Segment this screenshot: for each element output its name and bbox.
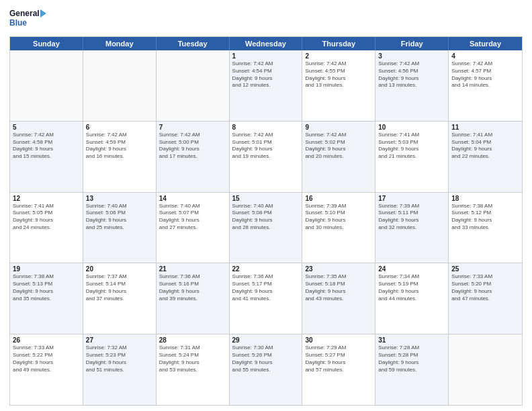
cal-header-day: Wednesday xyxy=(230,37,303,50)
cal-cell xyxy=(10,50,83,121)
cal-header-day: Sunday xyxy=(10,37,83,50)
cal-header-day: Saturday xyxy=(449,37,522,50)
cal-cell: 13Sunrise: 7:40 AM Sunset: 5:06 PM Dayli… xyxy=(83,193,157,263)
day-number: 23 xyxy=(305,265,372,273)
logo: General Blue xyxy=(9,7,46,32)
cal-cell: 16Sunrise: 7:39 AM Sunset: 5:10 PM Dayli… xyxy=(302,193,375,263)
day-number: 18 xyxy=(451,195,519,202)
cal-week-row: 5Sunrise: 7:42 AM Sunset: 4:58 PM Daylig… xyxy=(10,121,522,192)
cell-info: Sunrise: 7:39 AM Sunset: 5:10 PM Dayligh… xyxy=(305,203,372,232)
cell-info: Sunrise: 7:42 AM Sunset: 4:59 PM Dayligh… xyxy=(86,132,153,161)
cal-header-day: Friday xyxy=(375,37,449,50)
cal-cell: 28Sunrise: 7:31 AM Sunset: 5:24 PM Dayli… xyxy=(157,334,230,405)
day-number: 24 xyxy=(378,265,445,273)
day-number: 26 xyxy=(13,336,80,344)
cell-info: Sunrise: 7:28 AM Sunset: 5:28 PM Dayligh… xyxy=(378,345,445,373)
day-number: 13 xyxy=(86,195,153,202)
cell-info: Sunrise: 7:42 AM Sunset: 4:58 PM Dayligh… xyxy=(13,132,80,161)
cell-info: Sunrise: 7:36 AM Sunset: 5:16 PM Dayligh… xyxy=(159,273,226,302)
day-number: 14 xyxy=(159,195,226,202)
cell-info: Sunrise: 7:42 AM Sunset: 4:56 PM Dayligh… xyxy=(378,60,445,89)
cell-info: Sunrise: 7:42 AM Sunset: 5:02 PM Dayligh… xyxy=(305,132,372,161)
calendar-header: SundayMondayTuesdayWednesdayThursdayFrid… xyxy=(10,37,522,50)
cal-cell: 6Sunrise: 7:42 AM Sunset: 4:59 PM Daylig… xyxy=(83,122,157,192)
cell-info: Sunrise: 7:40 AM Sunset: 5:06 PM Dayligh… xyxy=(86,203,153,232)
cell-info: Sunrise: 7:31 AM Sunset: 5:24 PM Dayligh… xyxy=(159,345,226,373)
calendar-body: 1Sunrise: 7:42 AM Sunset: 4:54 PM Daylig… xyxy=(10,50,522,405)
cell-info: Sunrise: 7:40 AM Sunset: 5:07 PM Dayligh… xyxy=(159,203,226,232)
svg-text:General: General xyxy=(9,9,40,18)
cal-cell: 31Sunrise: 7:28 AM Sunset: 5:28 PM Dayli… xyxy=(375,334,449,405)
day-number: 4 xyxy=(451,52,519,60)
cal-cell: 11Sunrise: 7:41 AM Sunset: 5:04 PM Dayli… xyxy=(449,122,522,192)
header: General Blue xyxy=(9,7,523,32)
day-number: 17 xyxy=(378,195,445,202)
cal-cell: 29Sunrise: 7:30 AM Sunset: 5:26 PM Dayli… xyxy=(230,334,303,405)
cal-cell: 20Sunrise: 7:37 AM Sunset: 5:14 PM Dayli… xyxy=(83,263,157,334)
cal-header-day: Monday xyxy=(83,37,157,50)
cal-cell: 19Sunrise: 7:38 AM Sunset: 5:13 PM Dayli… xyxy=(10,263,83,334)
cell-info: Sunrise: 7:37 AM Sunset: 5:14 PM Dayligh… xyxy=(86,273,153,302)
cal-week-row: 26Sunrise: 7:33 AM Sunset: 5:22 PM Dayli… xyxy=(10,334,522,405)
day-number: 25 xyxy=(451,265,519,273)
cal-cell: 4Sunrise: 7:42 AM Sunset: 4:57 PM Daylig… xyxy=(449,50,522,121)
cell-info: Sunrise: 7:40 AM Sunset: 5:08 PM Dayligh… xyxy=(232,203,300,232)
cal-cell: 25Sunrise: 7:33 AM Sunset: 5:20 PM Dayli… xyxy=(449,263,522,334)
cell-info: Sunrise: 7:42 AM Sunset: 4:54 PM Dayligh… xyxy=(232,60,300,89)
cal-header-day: Tuesday xyxy=(157,37,230,50)
day-number: 7 xyxy=(159,124,226,131)
cal-cell xyxy=(449,334,522,405)
day-number: 1 xyxy=(232,52,300,60)
day-number: 20 xyxy=(86,265,153,273)
day-number: 9 xyxy=(305,124,372,131)
cal-cell: 12Sunrise: 7:41 AM Sunset: 5:05 PM Dayli… xyxy=(10,193,83,263)
cal-cell: 14Sunrise: 7:40 AM Sunset: 5:07 PM Dayli… xyxy=(157,193,230,263)
day-number: 16 xyxy=(305,195,372,202)
cell-info: Sunrise: 7:32 AM Sunset: 5:23 PM Dayligh… xyxy=(86,345,153,373)
day-number: 22 xyxy=(232,265,300,273)
cal-cell: 23Sunrise: 7:35 AM Sunset: 5:18 PM Dayli… xyxy=(302,263,375,334)
cell-info: Sunrise: 7:36 AM Sunset: 5:17 PM Dayligh… xyxy=(232,273,300,302)
page: General Blue SundayMondayTuesdayWednesda… xyxy=(0,0,532,411)
cal-cell: 17Sunrise: 7:39 AM Sunset: 5:11 PM Dayli… xyxy=(375,193,449,263)
day-number: 2 xyxy=(305,52,372,60)
cal-cell: 15Sunrise: 7:40 AM Sunset: 5:08 PM Dayli… xyxy=(230,193,303,263)
cal-cell: 9Sunrise: 7:42 AM Sunset: 5:02 PM Daylig… xyxy=(302,122,375,192)
day-number: 11 xyxy=(451,124,519,131)
cal-cell: 21Sunrise: 7:36 AM Sunset: 5:16 PM Dayli… xyxy=(157,263,230,334)
day-number: 12 xyxy=(13,195,80,202)
cell-info: Sunrise: 7:39 AM Sunset: 5:11 PM Dayligh… xyxy=(378,203,445,232)
cell-info: Sunrise: 7:38 AM Sunset: 5:13 PM Dayligh… xyxy=(13,273,80,302)
cal-header-day: Thursday xyxy=(302,37,375,50)
day-number: 27 xyxy=(86,336,153,344)
day-number: 29 xyxy=(232,336,300,344)
cal-cell: 2Sunrise: 7:42 AM Sunset: 4:55 PM Daylig… xyxy=(302,50,375,121)
cell-info: Sunrise: 7:42 AM Sunset: 5:01 PM Dayligh… xyxy=(232,132,300,161)
cell-info: Sunrise: 7:33 AM Sunset: 5:22 PM Dayligh… xyxy=(13,345,80,373)
cal-cell: 1Sunrise: 7:42 AM Sunset: 4:54 PM Daylig… xyxy=(230,50,303,121)
cell-info: Sunrise: 7:30 AM Sunset: 5:26 PM Dayligh… xyxy=(232,345,300,373)
cell-info: Sunrise: 7:42 AM Sunset: 5:00 PM Dayligh… xyxy=(159,132,226,161)
cell-info: Sunrise: 7:41 AM Sunset: 5:03 PM Dayligh… xyxy=(378,132,445,161)
cal-cell: 22Sunrise: 7:36 AM Sunset: 5:17 PM Dayli… xyxy=(230,263,303,334)
cell-info: Sunrise: 7:42 AM Sunset: 4:57 PM Dayligh… xyxy=(451,60,519,89)
day-number: 31 xyxy=(378,336,445,344)
cal-cell: 8Sunrise: 7:42 AM Sunset: 5:01 PM Daylig… xyxy=(230,122,303,192)
day-number: 8 xyxy=(232,124,300,131)
cal-cell: 3Sunrise: 7:42 AM Sunset: 4:56 PM Daylig… xyxy=(375,50,449,121)
cal-week-row: 12Sunrise: 7:41 AM Sunset: 5:05 PM Dayli… xyxy=(10,192,522,263)
cell-info: Sunrise: 7:41 AM Sunset: 5:05 PM Dayligh… xyxy=(13,203,80,232)
cal-cell: 18Sunrise: 7:38 AM Sunset: 5:12 PM Dayli… xyxy=(449,193,522,263)
svg-text:Blue: Blue xyxy=(9,18,27,28)
cell-info: Sunrise: 7:38 AM Sunset: 5:12 PM Dayligh… xyxy=(451,203,519,232)
cal-cell: 26Sunrise: 7:33 AM Sunset: 5:22 PM Dayli… xyxy=(10,334,83,405)
cal-week-row: 19Sunrise: 7:38 AM Sunset: 5:13 PM Dayli… xyxy=(10,263,522,334)
day-number: 21 xyxy=(159,265,226,273)
day-number: 30 xyxy=(305,336,372,344)
cell-info: Sunrise: 7:33 AM Sunset: 5:20 PM Dayligh… xyxy=(451,273,519,302)
cell-info: Sunrise: 7:29 AM Sunset: 5:27 PM Dayligh… xyxy=(305,345,372,373)
cal-cell: 24Sunrise: 7:34 AM Sunset: 5:19 PM Dayli… xyxy=(375,263,449,334)
day-number: 28 xyxy=(159,336,226,344)
day-number: 15 xyxy=(232,195,300,202)
cal-cell: 5Sunrise: 7:42 AM Sunset: 4:58 PM Daylig… xyxy=(10,122,83,192)
